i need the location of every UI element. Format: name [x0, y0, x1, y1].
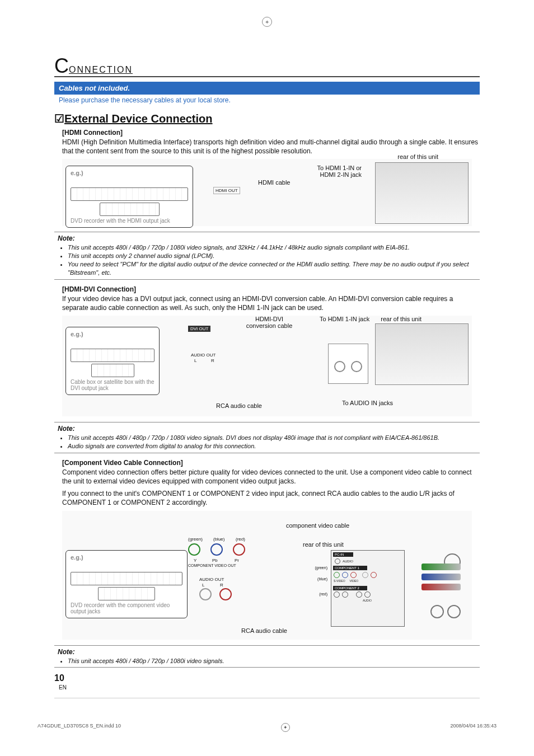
- panel-comp1-label: COMPONENT 1: [333, 566, 367, 570]
- comp-rear-label: rear of this unit: [303, 541, 344, 548]
- component-heading: [Component Video Cable Connection]: [62, 459, 480, 467]
- audio-l-label: L: [194, 358, 196, 363]
- connector-icon: [430, 605, 444, 618]
- section-rest: ONNECTION: [69, 65, 133, 74]
- audio-r-label: R: [211, 358, 214, 363]
- color-red-label2: (red): [319, 592, 327, 596]
- footer-divider: [54, 698, 480, 698]
- rca-plug-white-icon: [199, 588, 212, 600]
- note-item: This unit accepts 480i / 480p / 720p / 1…: [68, 434, 476, 442]
- device-icon: [71, 349, 154, 362]
- color-green-label: (green): [188, 537, 203, 542]
- audio-out-label: AUDIO OUT: [199, 577, 224, 582]
- note-item: Audio signals are converted from digital…: [68, 442, 476, 450]
- print-footer: A74GDUE_LD370SC8 S_EN.indd 10 ✦ 2008/04/…: [38, 721, 496, 749]
- hdmi-dvi-eg-box: e.g.) Cable box or satellite box with th…: [65, 327, 160, 395]
- hdmi1-jack-label: To HDMI 1-IN jack: [320, 316, 369, 322]
- eg-label: e.g.): [71, 170, 188, 176]
- pr-label: Pr: [235, 558, 239, 563]
- component-eg-box: e.g.) DVD recorder with the component vi…: [65, 550, 188, 618]
- device-icon: [91, 364, 134, 377]
- device-caption: DVD recorder with the component video ou…: [71, 602, 182, 614]
- rca-plug-red-icon: [219, 588, 232, 600]
- dvi-rear-label: rear of this unit: [381, 316, 421, 322]
- pb-label: Pb: [212, 558, 218, 563]
- hdmi-dvi-notes-list: This unit accepts 480i / 480p / 720p / 1…: [68, 434, 476, 450]
- panel-pc-in-label: PC-IN: [333, 552, 353, 557]
- panel-audio-label: AUDIO: [343, 560, 353, 563]
- hdmi-rear-label: rear of this unit: [397, 153, 438, 160]
- panel-comp2-label: COMPONENT 2: [333, 586, 367, 590]
- manual-page: ✦ CONNECTION Cables not included. Please…: [54, 56, 480, 698]
- note-item: You need to select "PCM" for the digital…: [68, 260, 476, 277]
- audio-out-label: AUDIO OUT: [191, 353, 216, 358]
- rca-cable-label: RCA audio cable: [241, 627, 287, 634]
- color-green-label2: (green): [315, 566, 327, 570]
- eg-label: e.g.): [71, 554, 182, 561]
- section-initial: C: [54, 54, 69, 77]
- page-lang: EN: [59, 684, 67, 691]
- comp-cable-label: component video cable: [286, 522, 349, 529]
- note-item: This unit accepts 480i / 480p / 720p / 1…: [68, 243, 476, 252]
- conversion-cable-label: HDMI-DVI conversion cable: [241, 316, 297, 329]
- component-note-box: Note: This unit accepts 480i / 480p / 72…: [54, 645, 480, 668]
- component-body1: Component video connection offers better…: [62, 468, 480, 486]
- device-icon: [98, 587, 155, 600]
- color-red-label: (red): [236, 537, 245, 542]
- component-body2: If you connect to the unit's COMPONENT 1…: [62, 489, 480, 507]
- component-diagram: e.g.) DVD recorder with the component vi…: [62, 511, 472, 640]
- hdmi-note-box: Note: This unit accepts 480i / 480p / 72…: [54, 232, 480, 279]
- dvi-out-label: DVI OUT: [188, 326, 210, 332]
- panel-video-label: VIDEO: [350, 579, 359, 583]
- rear-panel-icon: PC-IN AUDIO COMPONENT 1 S-VIDEO VIDEO CO…: [331, 550, 405, 627]
- banner-subtitle: Please purchase the necessary cables at …: [54, 95, 480, 110]
- hdmi-heading: [HDMI Connection]: [62, 129, 480, 137]
- device-icon: [71, 572, 182, 585]
- note-item: This unit accepts 480i / 480p / 720p / 1…: [68, 657, 476, 665]
- device-caption: Cable box or satellite box with the DVI …: [71, 379, 154, 391]
- color-blue-label2: (blue): [317, 577, 327, 581]
- component-out-label: COMPONENT VIDEO OUT: [188, 564, 236, 567]
- tv-rear-icon: [375, 323, 469, 385]
- rca-plug-green-icon: [188, 543, 200, 556]
- audio-in-label: To AUDIO IN jacks: [342, 400, 393, 406]
- hdmi-dvi-body: If your video device has a DVI output ja…: [62, 294, 480, 312]
- section-title: CONNECTION: [54, 56, 480, 77]
- device-caption: DVD recorder with the HDMI output jack: [71, 218, 188, 224]
- connector-icon: [447, 605, 461, 618]
- registration-mark-icon: ✦: [262, 17, 272, 27]
- note-item: This unit accepts only 2 channel audio s…: [68, 252, 476, 260]
- page-footer-number: 10 EN: [54, 673, 480, 691]
- audio-r-label: R: [220, 583, 223, 588]
- cable-red-icon: [421, 584, 461, 590]
- rca-cable-label: RCA audio cable: [216, 402, 262, 409]
- banner-title: Cables not included.: [54, 82, 480, 95]
- jack-panel-icon: [328, 344, 368, 384]
- main-heading: External Device Connection: [54, 112, 480, 125]
- hdmi-dvi-heading: [HDMI-DVI Connection]: [62, 285, 480, 293]
- hdmi-out-label: HDMI OUT: [213, 187, 240, 194]
- hdmi-dvi-note-box: Note: This unit accepts 480i / 480p / 72…: [54, 422, 480, 453]
- audio-l-label: L: [202, 583, 204, 588]
- tv-rear-icon: [375, 162, 469, 224]
- cable-blue-icon: [421, 574, 461, 580]
- rca-plug-red-icon: [233, 543, 245, 556]
- hdmi-cable-label: HDMI cable: [258, 179, 290, 186]
- cable-green-icon: [421, 564, 461, 570]
- hdmi-eg-box: e.g.) DVD recorder with the HDMI output …: [65, 166, 193, 228]
- hdmi-diagram: e.g.) DVD recorder with the HDMI output …: [62, 159, 472, 226]
- device-icon: [100, 203, 160, 216]
- panel-svideo-label: S-VIDEO: [334, 579, 345, 583]
- rca-plug-blue-icon: [210, 543, 223, 556]
- note-title: Note:: [58, 648, 476, 656]
- page-number: 10: [54, 673, 64, 683]
- footer-file-info: A74GDUE_LD370SC8 S_EN.indd 10: [38, 723, 121, 732]
- hdmi-jack-label: To HDMI 1-IN or HDMI 2-IN jack: [311, 165, 362, 178]
- hdmi-dvi-diagram: e.g.) Cable box or satellite box with th…: [62, 316, 472, 416]
- eg-label: e.g.): [71, 331, 154, 337]
- color-blue-label: (blue): [213, 537, 224, 542]
- component-notes-list: This unit accepts 480i / 480p / 720p / 1…: [68, 657, 476, 665]
- note-title: Note:: [58, 425, 476, 433]
- y-label: Y: [194, 558, 196, 563]
- footer-timestamp: 2008/04/04 16:35:43: [450, 723, 496, 732]
